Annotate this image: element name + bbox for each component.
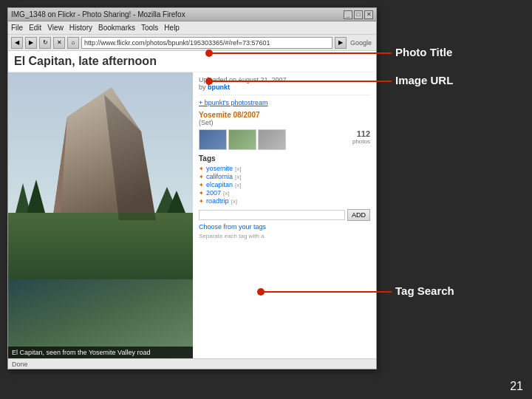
- tags-heading: Tags: [199, 154, 370, 163]
- photos-count-wrapper: 112 photos: [352, 129, 370, 145]
- browser-titlebar: IMG_1348 on Flickr - Photo Sharing! - Mo…: [8, 8, 376, 21]
- status-text: Done: [12, 361, 28, 368]
- photo-image: [8, 72, 193, 358]
- annotation-photo-title-text: Photo Title: [395, 46, 452, 58]
- annotation-photo-title: Photo Title: [395, 46, 452, 58]
- tag-input-row: ADD: [199, 209, 370, 221]
- set-title[interactable]: Yosemite 08/2007: [199, 111, 370, 119]
- photo-caption: El Capitan, seen from the Yosemite Valle…: [8, 347, 193, 358]
- go-button[interactable]: ▶: [335, 37, 347, 49]
- browser-menubar: File Edit View History Bookmarks Tools H…: [8, 21, 376, 35]
- annotation-image-url-text: Image URL: [395, 74, 453, 86]
- svg-rect-3: [8, 213, 193, 279]
- address-bar[interactable]: [81, 37, 332, 49]
- tag-remove-california[interactable]: [x]: [235, 174, 241, 180]
- photo-title-bar: El Capitan, late afternoon: [8, 51, 376, 72]
- tags-section: Tags ✦ yosemite [x] ✦ california [x]: [199, 154, 370, 239]
- tag-link-roadtrip[interactable]: roadtrip: [206, 197, 229, 205]
- browser-title: IMG_1348 on Flickr - Photo Sharing! - Mo…: [11, 10, 185, 18]
- tag-icon-2007: ✦: [199, 190, 204, 197]
- minimize-button[interactable]: _: [344, 10, 352, 19]
- annotation-tag-search-text: Tag Search: [395, 284, 454, 297]
- tag-remove-yosemite[interactable]: [x]: [235, 166, 241, 172]
- tag-icon-roadtrip: ✦: [199, 198, 204, 205]
- tag-list: ✦ yosemite [x] ✦ california [x] ✦: [199, 165, 370, 205]
- menu-help[interactable]: Help: [164, 24, 180, 32]
- menu-file[interactable]: File: [11, 24, 23, 32]
- menu-tools[interactable]: Tools: [141, 24, 158, 32]
- flickr-page: El Capitan, late afternoon: [8, 51, 376, 358]
- tag-item-elcapitan: ✦ elcapitan [x]: [199, 181, 370, 188]
- tag-icon-california: ✦: [199, 174, 204, 180]
- tag-link-california[interactable]: california: [206, 173, 233, 180]
- menu-edit[interactable]: Edit: [29, 24, 41, 32]
- uploader-link[interactable]: bpunkt: [208, 83, 230, 91]
- tag-icon-elcapitan: ✦: [199, 182, 204, 188]
- thumbnail-3[interactable]: [258, 129, 286, 150]
- tag-item-yosemite: ✦ yosemite [x]: [199, 165, 370, 172]
- separate-note: Separate each tag with a: [199, 233, 370, 239]
- tag-remove-elcapitan[interactable]: [x]: [235, 182, 241, 188]
- photo-left-panel: El Capitan, seen from the Yosemite Valle…: [8, 72, 193, 358]
- annotation-tag-search: Tag Search: [395, 284, 454, 297]
- close-button[interactable]: ✕: [364, 10, 373, 19]
- photo-right-panel: Uploaded on August 21, 2007 by bpunkt + …: [193, 72, 376, 358]
- browser-window: IMG_1348 on Flickr - Photo Sharing! - Mo…: [7, 7, 377, 369]
- thumbnail-1[interactable]: [199, 129, 227, 150]
- tag-item-2007: ✦ 2007 [x]: [199, 189, 370, 197]
- upload-date: Uploaded on August 21, 2007: [199, 76, 370, 83]
- back-button[interactable]: ◀: [11, 37, 23, 49]
- maximize-button[interactable]: □: [354, 10, 363, 19]
- tag-link-elcapitan[interactable]: elcapitan: [206, 181, 233, 188]
- photos-count: 112: [352, 129, 370, 138]
- tag-link-yosemite[interactable]: yosemite: [206, 165, 233, 172]
- upload-info: Uploaded on August 21, 2007 by bpunkt: [199, 76, 370, 95]
- window-controls: _ □ ✕: [344, 10, 373, 19]
- set-info: Yosemite 08/2007 (Set) 112 photos: [199, 111, 370, 150]
- browser-toolbar: ◀ ▶ ↻ ✕ ⌂ ▶ Google: [8, 35, 376, 51]
- annotation-image-url: Image URL: [395, 74, 453, 86]
- tag-item-california: ✦ california [x]: [199, 173, 370, 180]
- tag-item-roadtrip: ✦ roadtrip [x]: [199, 197, 370, 205]
- photos-unit: photos: [352, 138, 370, 145]
- add-tag-button[interactable]: ADD: [347, 209, 370, 221]
- tag-search-input[interactable]: [199, 210, 345, 220]
- set-thumbnails: 112 photos: [199, 129, 370, 150]
- forward-button[interactable]: ▶: [25, 37, 37, 49]
- home-button[interactable]: ⌂: [67, 37, 79, 49]
- page-number: 21: [510, 380, 523, 393]
- menu-bookmarks[interactable]: Bookmarks: [98, 24, 135, 32]
- stop-button[interactable]: ✕: [53, 37, 65, 49]
- reload-button[interactable]: ↻: [39, 37, 51, 49]
- photo-content: El Capitan, seen from the Yosemite Valle…: [8, 72, 376, 358]
- choose-tags-link[interactable]: Choose from your tags: [199, 223, 370, 231]
- tag-icon-yosemite: ✦: [199, 166, 204, 172]
- menu-view[interactable]: View: [47, 24, 64, 32]
- menu-history[interactable]: History: [69, 24, 92, 32]
- search-label: Google: [349, 39, 373, 47]
- thumbnail-2[interactable]: [228, 129, 256, 150]
- browser-statusbar: Done: [8, 358, 376, 369]
- browser-content: El Capitan, late afternoon: [8, 51, 376, 358]
- tag-remove-roadtrip[interactable]: [x]: [231, 198, 237, 205]
- photo-title: El Capitan, late afternoon: [14, 55, 370, 68]
- tag-remove-2007[interactable]: [x]: [223, 190, 229, 197]
- tag-link-2007[interactable]: 2007: [206, 189, 221, 197]
- photostream-link[interactable]: + bpunkt's photostream: [199, 99, 370, 106]
- set-label: (Set): [199, 119, 370, 126]
